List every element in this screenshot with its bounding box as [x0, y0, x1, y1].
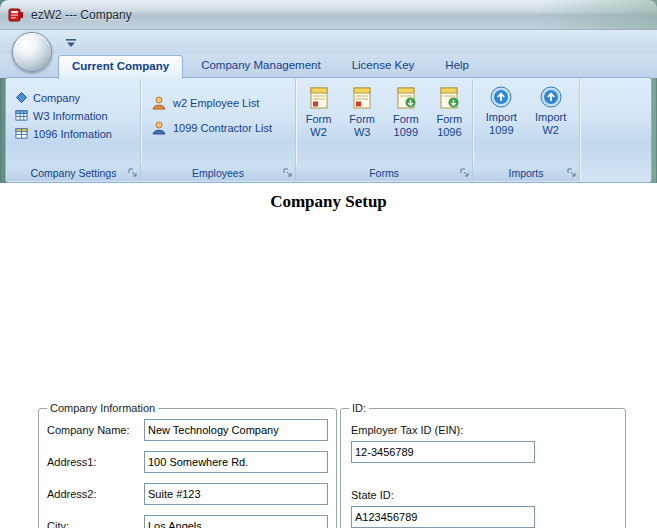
ribbon-group-forms: Form W2 Form W3 — [296, 79, 473, 181]
company-information-legend: Company Information — [47, 402, 158, 414]
city-label: City: — [47, 520, 144, 528]
page-title: Company Setup — [0, 192, 657, 212]
company-name-input[interactable] — [144, 419, 328, 441]
main-content: Company Setup Company Information Compan… — [0, 183, 657, 528]
group-label-employees: Employees — [141, 165, 295, 181]
tab-help[interactable]: Help — [432, 55, 482, 78]
state-id-input[interactable] — [351, 506, 535, 528]
ribbon-item-w2-employee-list[interactable]: w2 Employee List — [151, 95, 295, 111]
dialog-launcher-icon[interactable] — [567, 168, 577, 178]
chevron-down-icon — [66, 39, 76, 48]
application-orb-button[interactable] — [12, 32, 52, 72]
city-input[interactable] — [144, 515, 328, 528]
ribbon-button-import-1099[interactable]: Import 1099 — [480, 86, 522, 137]
ribbon-button-import-w2[interactable]: Import W2 — [530, 86, 572, 137]
ribbon-item-1096-information[interactable]: 1096 Infomation — [15, 127, 140, 140]
form-doc-icon — [307, 86, 331, 110]
ribbon-group-imports: Import 1099 Import W2 Imports — [473, 79, 580, 181]
app-icon — [8, 7, 24, 23]
group-label-imports: Imports — [473, 165, 579, 181]
form-doc-icon — [350, 86, 374, 110]
person-icon — [151, 95, 167, 111]
ein-label: Employer Tax ID (EIN): — [351, 424, 617, 436]
qat-customize-button[interactable] — [64, 36, 78, 50]
dialog-launcher-icon[interactable] — [128, 168, 138, 178]
import-circle-icon — [490, 86, 512, 108]
form-doc-arrow-icon — [394, 86, 418, 110]
app-window: ezW2 --- Company Current Company Company… — [0, 0, 657, 528]
address2-label: Address2: — [47, 488, 144, 500]
group-label-forms: Forms — [296, 165, 472, 181]
ribbon-button-form-w2[interactable]: Form W2 — [298, 86, 340, 139]
tab-current-company[interactable]: Current Company — [58, 55, 183, 79]
form-grid-icon — [15, 127, 28, 140]
tab-company-management[interactable]: Company Management — [188, 55, 334, 78]
group-label-company-settings: Company Settings — [7, 165, 140, 181]
window-title: ezW2 --- Company — [31, 8, 132, 22]
window-titlebar: ezW2 --- Company — [0, 0, 657, 30]
company-icon — [15, 91, 28, 104]
state-id-label: State ID: — [351, 489, 617, 501]
company-name-row: Company Name: — [47, 420, 328, 440]
ribbon-button-form-1099[interactable]: Form 1099 — [385, 86, 427, 139]
ribbon-item-company[interactable]: Company — [15, 91, 140, 104]
ribbon-button-form-w3[interactable]: Form W3 — [341, 86, 383, 139]
quick-access-toolbar — [0, 30, 657, 54]
address2-row: Address2: — [47, 484, 328, 504]
dialog-launcher-icon[interactable] — [283, 168, 293, 178]
address1-row: Address1: — [47, 452, 328, 472]
id-legend: ID: — [349, 402, 369, 414]
id-groupbox: ID: Employer Tax ID (EIN): State ID: Soc… — [340, 402, 626, 528]
address1-label: Address1: — [47, 456, 144, 468]
dialog-launcher-icon[interactable] — [460, 168, 470, 178]
ribbon-tabs: Current Company Company Management Licen… — [58, 55, 482, 78]
ribbon-group-employees: w2 Employee List 1099 Contractor List Em… — [141, 79, 296, 181]
ribbon: Company W3 Information — [5, 77, 652, 183]
ribbon-group-company-settings: Company W3 Information — [7, 79, 141, 181]
ribbon-button-form-1096[interactable]: Form 1096 — [428, 86, 470, 139]
city-row: City: — [47, 516, 328, 528]
ribbon-item-w3-information[interactable]: W3 Information — [15, 109, 140, 122]
company-name-label: Company Name: — [47, 424, 144, 436]
address2-input[interactable] — [144, 483, 328, 505]
ribbon-item-1099-contractor-list[interactable]: 1099 Contractor List — [151, 120, 295, 136]
company-information-groupbox: Company Information Company Name: Addres… — [38, 402, 337, 528]
person-icon — [151, 120, 167, 136]
import-circle-icon — [540, 86, 562, 108]
ein-input[interactable] — [351, 441, 535, 463]
w3-grid-icon — [15, 109, 28, 122]
form-doc-arrow-icon — [437, 86, 461, 110]
tab-license-key[interactable]: License Key — [339, 55, 428, 78]
address1-input[interactable] — [144, 451, 328, 473]
